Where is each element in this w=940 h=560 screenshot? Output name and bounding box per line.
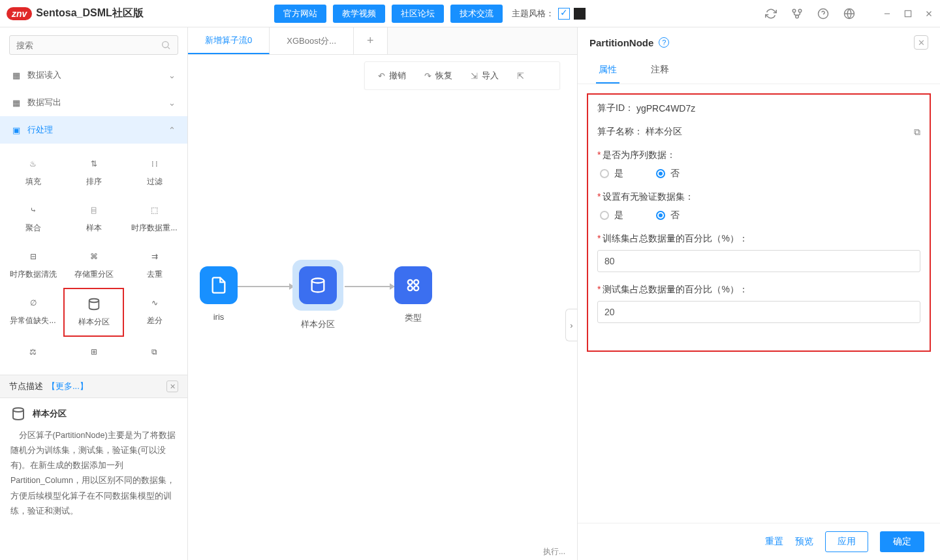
tab-attributes[interactable]: 属性 bbox=[596, 57, 619, 84]
logo: znv Sentosa_DSML社区版 bbox=[7, 7, 144, 20]
filter-icon: ⫶⫶ bbox=[151, 157, 159, 171]
op-extra2[interactable]: ⊞ bbox=[63, 337, 124, 367]
apply-button[interactable]: 应用 bbox=[825, 531, 868, 552]
undo-icon: ↶ bbox=[378, 71, 385, 81]
svg-point-13 bbox=[312, 279, 324, 283]
partition-icon bbox=[10, 406, 26, 422]
category-data-read[interactable]: ▦ 数据读入 ⌄ bbox=[0, 61, 187, 89]
op-filter[interactable]: ⫶⫶过滤 bbox=[124, 149, 185, 195]
theme-label: 主题风格： bbox=[512, 8, 554, 20]
op-aggregate[interactable]: ⤷聚合 bbox=[3, 195, 63, 241]
minimize-icon[interactable] bbox=[883, 9, 892, 18]
extra-icon: ⚖ bbox=[29, 345, 37, 359]
sample-icon: ⌸ bbox=[91, 203, 96, 217]
redo-button[interactable]: ↷恢复 bbox=[424, 70, 452, 82]
desc-head-label: 节点描述 bbox=[9, 381, 43, 392]
globe-icon[interactable] bbox=[843, 8, 855, 20]
dedup-icon: ⇉ bbox=[151, 249, 158, 264]
desc-close-icon[interactable]: ✕ bbox=[166, 381, 178, 392]
category-label: 数据读入 bbox=[27, 69, 61, 81]
product-name: Sentosa_DSML社区版 bbox=[36, 7, 143, 20]
export-icon: ⇱ bbox=[517, 71, 524, 81]
help-icon[interactable] bbox=[817, 8, 829, 20]
svg-point-15 bbox=[414, 280, 418, 285]
theme-light[interactable] bbox=[558, 8, 570, 20]
node-type[interactable]: 类型 bbox=[394, 266, 432, 324]
op-ts-resample[interactable]: ⬚时序数据重... bbox=[124, 195, 185, 241]
flow-tabs: 新增算子流0 XGBoost分... + bbox=[188, 27, 577, 55]
op-diff[interactable]: ∿差分 bbox=[124, 288, 185, 337]
op-outlier[interactable]: ∅异常值缺失... bbox=[3, 288, 63, 337]
minus-square-icon: ▣ bbox=[12, 125, 21, 134]
panel-collapse-handle[interactable]: › bbox=[565, 309, 577, 341]
op-repartition[interactable]: ⌘存储重分区 bbox=[63, 241, 124, 288]
grid-icon bbox=[394, 266, 432, 304]
ok-button[interactable]: 确定 bbox=[880, 531, 924, 552]
plus-square-icon: ▦ bbox=[12, 98, 21, 107]
field-sequential: *是否为序列数据： 是 否 bbox=[597, 149, 920, 179]
op-dedup[interactable]: ⇉去重 bbox=[124, 241, 185, 288]
tab-new-flow[interactable]: 新增算子流0 bbox=[188, 27, 270, 54]
radio-val-no[interactable]: 否 bbox=[656, 210, 680, 221]
nav-tutorial-video[interactable]: 教学视频 bbox=[333, 5, 385, 23]
op-extra1[interactable]: ⚖ bbox=[3, 337, 63, 367]
nav-tech-exchange[interactable]: 技术交流 bbox=[450, 5, 503, 23]
desc-header: 节点描述 【更多...】 ✕ bbox=[0, 375, 187, 398]
fill-icon: ♨ bbox=[29, 157, 37, 171]
desc-more-link[interactable]: 【更多...】 bbox=[47, 381, 88, 392]
radio-seq-yes[interactable]: 是 bbox=[600, 168, 623, 179]
theme-dark[interactable] bbox=[574, 8, 586, 20]
op-partition[interactable]: 样本分区 bbox=[63, 288, 124, 337]
radio-val-yes[interactable]: 是 bbox=[600, 210, 623, 221]
aggregate-icon: ⤷ bbox=[30, 203, 37, 217]
field-operator-id: 算子ID： ygPRC4WD7z bbox=[597, 102, 920, 114]
tab-notes[interactable]: 注释 bbox=[648, 57, 672, 84]
svg-rect-6 bbox=[905, 10, 911, 16]
import-icon: ⇲ bbox=[471, 71, 478, 81]
node-iris[interactable]: iris bbox=[200, 266, 238, 322]
radio-seq-no[interactable]: 否 bbox=[656, 168, 680, 179]
branch-icon[interactable] bbox=[791, 8, 803, 20]
props-title: PartitionNode bbox=[589, 37, 653, 48]
help-badge-icon[interactable]: ? bbox=[659, 37, 669, 48]
category-label: 行处理 bbox=[27, 124, 53, 136]
properties-panel: PartitionNode ? ✕ 属性 注释 算子ID： ygPRC4WD7z… bbox=[577, 27, 940, 560]
node-partition[interactable]: 样本分区 bbox=[292, 260, 343, 330]
op-fill[interactable]: ♨填充 bbox=[3, 149, 63, 195]
import-button[interactable]: ⇲导入 bbox=[471, 70, 499, 82]
test-pct-input[interactable] bbox=[597, 301, 920, 323]
train-pct-input[interactable] bbox=[597, 250, 920, 272]
preview-button[interactable]: 预览 bbox=[795, 536, 813, 548]
op-sample[interactable]: ⌸样本 bbox=[63, 195, 124, 241]
op-ts-clean[interactable]: ⊟时序数据清洗 bbox=[3, 241, 63, 288]
svg-point-12 bbox=[13, 408, 24, 412]
op-extra3[interactable]: ⧉ bbox=[124, 337, 185, 367]
extra-icon: ⊞ bbox=[91, 345, 97, 359]
field-operator-name: 算子名称： 样本分区 ⧉ bbox=[597, 126, 920, 138]
reset-button[interactable]: 重置 bbox=[765, 536, 783, 548]
category-row-process[interactable]: ▣ 行处理 ⌃ bbox=[0, 116, 187, 144]
database-icon bbox=[299, 266, 337, 304]
storage-icon: ⌘ bbox=[90, 249, 98, 264]
copy-icon[interactable]: ⧉ bbox=[914, 127, 920, 138]
field-test-pct: *测试集占总数据量的百分比（%）： bbox=[597, 284, 920, 323]
op-sort[interactable]: ⇅排序 bbox=[63, 149, 124, 195]
nav-forum[interactable]: 社区论坛 bbox=[392, 5, 444, 23]
export-button[interactable]: ⇱ bbox=[517, 71, 524, 81]
nav-official-site[interactable]: 官方网站 bbox=[274, 5, 326, 23]
svg-line-10 bbox=[168, 47, 170, 49]
category-data-write[interactable]: ▦ 数据写出 ⌄ bbox=[0, 89, 187, 116]
flow-canvas[interactable]: iris 样本分区 类型 › 执行... bbox=[188, 90, 577, 560]
refresh-icon[interactable] bbox=[765, 8, 777, 20]
props-close-icon[interactable]: ✕ bbox=[914, 35, 928, 50]
props-tabs: 属性 注释 bbox=[578, 57, 940, 84]
tab-add[interactable]: + bbox=[354, 27, 388, 54]
extra-icon: ⧉ bbox=[151, 345, 157, 359]
search-field[interactable] bbox=[16, 40, 161, 50]
tab-xgboost[interactable]: XGBoost分... bbox=[270, 27, 354, 54]
svg-point-1 bbox=[798, 9, 802, 12]
close-icon[interactable] bbox=[924, 9, 933, 18]
maximize-icon[interactable] bbox=[903, 9, 913, 18]
search-input[interactable] bbox=[9, 35, 178, 55]
undo-button[interactable]: ↶撤销 bbox=[378, 70, 406, 82]
